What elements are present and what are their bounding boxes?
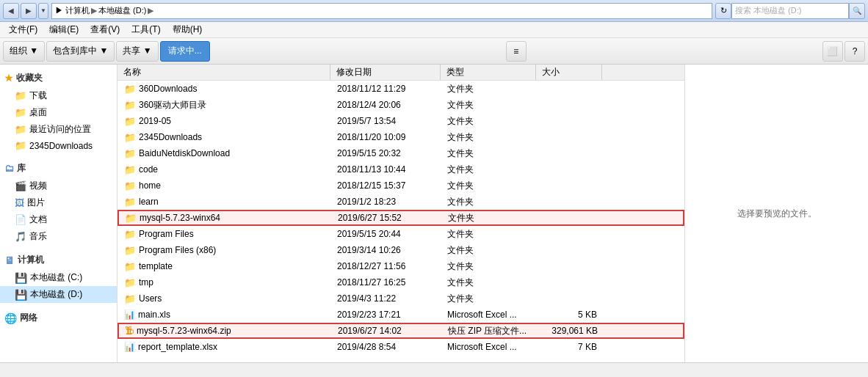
file-type: 文件夹 <box>441 114 537 128</box>
table-row[interactable]: 📁 Program Files 2019/5/15 20:44 文件夹 <box>117 226 684 242</box>
table-row[interactable]: 📊 main.xls 2019/2/23 17:21 Microsoft Exc… <box>117 307 684 323</box>
table-row[interactable]: 📁 template 2018/12/27 11:56 文件夹 <box>117 258 684 274</box>
file-type: 文件夹 <box>441 227 537 241</box>
folder-icon: 📁 <box>124 197 136 208</box>
menu-bar: 文件(F) 编辑(E) 查看(V) 工具(T) 帮助(H) <box>0 22 868 38</box>
table-row[interactable]: 📁 mysql-5.7.23-winx64 2019/6/27 15:52 文件… <box>117 210 684 226</box>
folder-icon: 📁 <box>15 140 26 151</box>
view-icon: ≡ <box>513 46 518 56</box>
file-name: 📁 code <box>118 164 331 176</box>
organize-button[interactable]: 组织 ▼ <box>3 41 45 62</box>
sidebar-item-desktop[interactable]: 📁 桌面 <box>0 104 117 121</box>
search-input[interactable]: 搜索 本地磁盘 (D:) <box>731 3 849 19</box>
table-row[interactable]: 📁 360驱动大师目录 2018/12/4 20:06 文件夹 <box>117 97 684 113</box>
file-type: 文件夹 <box>441 195 537 209</box>
drive-c-icon: 💾 <box>15 272 27 284</box>
sidebar-item-drive-d[interactable]: 💾 本地磁盘 (D:) <box>0 286 117 303</box>
preview-pane: 选择要预览的文件。 <box>684 65 868 362</box>
file-date: 2018/12/27 11:56 <box>331 260 441 272</box>
search-button[interactable]: 🔍 <box>849 3 865 19</box>
table-row[interactable]: 📁 2019-05 2019/5/7 13:54 文件夹 <box>117 113 684 129</box>
menu-file[interactable]: 文件(F) <box>3 22 43 37</box>
refresh-button[interactable]: ↻ <box>715 3 731 19</box>
table-row[interactable]: 📁 BaiduNetdiskDownload 2019/5/15 20:32 文… <box>117 145 684 161</box>
folder-icon: 📁 <box>124 180 136 191</box>
folder-icon: 📁 <box>15 90 26 101</box>
sidebar-item-label: 本地磁盘 (C:) <box>30 271 82 284</box>
file-size <box>537 120 603 122</box>
file-date: 2019/5/7 13:54 <box>331 115 441 127</box>
folder-icon: 📁 <box>124 132 136 143</box>
dropdown-button[interactable]: ▼ <box>38 3 48 19</box>
table-row[interactable]: 🗜 mysql-5.7.23-winx64.zip 2019/6/27 14:0… <box>117 323 684 339</box>
table-row[interactable]: 📁 tmp 2018/11/27 16:25 文件夹 <box>117 274 684 290</box>
sidebar-item-picture[interactable]: 🖼 图片 <box>0 194 117 211</box>
file-name: 📁 tmp <box>118 277 331 289</box>
sidebar-item-label: 视频 <box>29 180 47 192</box>
col-header-name[interactable]: 名称 <box>117 65 330 80</box>
sidebar-item-label: 最近访问的位置 <box>29 123 91 136</box>
section-divider-1 <box>0 153 117 159</box>
file-size: 5 KB <box>537 309 603 321</box>
sidebar-item-drive-c[interactable]: 💾 本地磁盘 (C:) <box>0 269 117 286</box>
file-size <box>537 104 603 106</box>
sidebar-item-label: 2345Downloads <box>29 141 93 151</box>
col-header-date[interactable]: 修改日期 <box>330 65 441 80</box>
table-row[interactable]: 📁 home 2018/12/15 15:37 文件夹 <box>117 177 684 194</box>
share-button[interactable]: 共享 ▼ <box>116 41 158 62</box>
file-type: Microsoft Excel ... <box>441 309 537 321</box>
file-type: 文件夹 <box>442 211 538 225</box>
menu-tools[interactable]: 工具(T) <box>126 22 166 37</box>
table-row[interactable]: 📁 code 2018/11/13 10:44 文件夹 <box>117 161 684 177</box>
sidebar-item-2345downloads[interactable]: 📁 2345Downloads <box>0 138 117 153</box>
col-header-type[interactable]: 类型 <box>441 65 536 80</box>
file-date: 2019/6/27 14:02 <box>332 325 442 337</box>
file-name: 📁 Program Files (x86) <box>118 244 331 257</box>
sidebar-item-music[interactable]: 🎵 音乐 <box>0 228 117 245</box>
excel-icon: 📊 <box>124 342 135 352</box>
file-name: 🗜 mysql-5.7.23-winx64.zip <box>119 325 332 337</box>
file-type: 文件夹 <box>441 147 537 161</box>
favorites-label: 收藏夹 <box>16 72 43 84</box>
table-row[interactable]: 📁 learn 2019/1/2 18:23 文件夹 <box>117 194 684 210</box>
file-type: 快压 ZIP 压缩文件... <box>442 324 538 338</box>
menu-help[interactable]: 帮助(H) <box>167 22 209 37</box>
table-row[interactable]: 📊 report_template.xlsx 2019/4/28 8:54 Mi… <box>117 339 684 355</box>
sidebar-item-document[interactable]: 📄 文档 <box>0 211 117 228</box>
table-row[interactable]: 📁 2345Downloads 2018/11/20 10:09 文件夹 <box>117 129 684 145</box>
file-size <box>537 169 603 170</box>
computer-icon: 🖥 <box>4 255 15 266</box>
sidebar: ★ 收藏夹 📁 下载 📁 桌面 📁 最近访问的位置 📁 2345Download… <box>0 65 117 362</box>
view-button[interactable]: ≡ <box>506 41 527 62</box>
file-size <box>537 233 603 235</box>
file-size <box>537 88 603 89</box>
sidebar-item-video[interactable]: 🎬 视频 <box>0 177 117 194</box>
file-name: 📊 main.xls <box>118 309 331 321</box>
include-library-button[interactable]: 包含到库中 ▼ <box>46 41 115 62</box>
address-bar[interactable]: ▶ 计算机 ▶ 本地磁盘 (D:) ▶ <box>51 3 712 19</box>
forward-button[interactable]: ▶ <box>21 3 37 19</box>
col-header-size[interactable]: 大小 <box>536 65 602 80</box>
sidebar-item-download[interactable]: 📁 下载 <box>0 87 117 104</box>
file-name: 📁 2345Downloads <box>118 131 331 144</box>
menu-edit[interactable]: 编辑(E) <box>43 22 84 37</box>
network-section[interactable]: 🌐 网络 <box>0 309 117 327</box>
sidebar-item-recent[interactable]: 📁 最近访问的位置 <box>0 121 117 138</box>
table-row[interactable]: 📁 Users 2019/4/3 11:22 文件夹 <box>117 290 684 307</box>
table-row[interactable]: 📁 Program Files (x86) 2019/3/14 10:26 文件… <box>117 242 684 258</box>
file-size <box>537 282 603 283</box>
request-button[interactable]: 请求中... <box>160 41 210 62</box>
sidebar-item-label: 文档 <box>29 213 47 226</box>
back-button[interactable]: ◀ <box>3 3 19 19</box>
folder-icon: 📁 <box>124 116 136 127</box>
pane-button[interactable]: ⬜ <box>822 41 843 62</box>
help-button[interactable]: ? <box>845 41 865 62</box>
section-divider-2 <box>0 245 117 251</box>
file-size: 329,061 KB <box>538 325 604 337</box>
menu-view[interactable]: 查看(V) <box>84 22 126 37</box>
network-label: 网络 <box>20 312 37 324</box>
file-date: 2019/2/23 17:21 <box>331 309 441 321</box>
star-icon: ★ <box>4 73 13 84</box>
file-type: Microsoft Excel ... <box>441 341 537 353</box>
table-row[interactable]: 📁 360Downloads 2018/11/12 11:29 文件夹 <box>117 81 684 97</box>
